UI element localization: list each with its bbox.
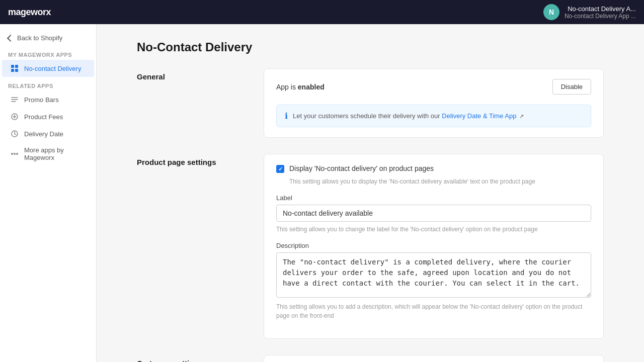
delivery-date-time-app-link[interactable]: Delivery Date & Time App	[442, 112, 516, 120]
delivery-date-icon	[10, 129, 19, 138]
general-label-col: General	[137, 68, 248, 138]
svg-point-6	[14, 153, 16, 155]
label-field-label: Label	[276, 194, 591, 202]
promo-bars-icon	[10, 95, 19, 104]
svg-point-8	[16, 153, 18, 155]
label-input[interactable]	[276, 205, 591, 222]
sidebar-item-label: No-contact Delivery	[24, 65, 81, 72]
back-arrow-icon	[7, 34, 14, 41]
app-status-text: App is enabled	[276, 83, 325, 91]
cart-page-card: TOGGLE Label This setting allows you to …	[264, 355, 604, 362]
topbar-app-name: No-contact Delivery A...	[568, 5, 636, 13]
external-link-icon: ↗	[519, 113, 524, 119]
back-to-shopify-link[interactable]: Back to Shopify	[0, 30, 96, 46]
topbar-avatar: N	[543, 4, 559, 20]
back-label: Back to Shopify	[17, 34, 62, 42]
delivery-date-label: Delivery Date	[24, 130, 63, 138]
sidebar-item-no-contact-delivery[interactable]: No-contact Delivery	[2, 60, 94, 77]
general-label: General	[137, 72, 165, 81]
product-page-card: Display 'No-contact delivery' on product…	[264, 154, 604, 339]
product-page-section: Product page settings Display 'No-contac…	[137, 154, 604, 339]
sidebar-item-more-apps[interactable]: More apps by Mageworx	[2, 142, 94, 165]
general-card: App is enabled Disable ℹ Let your custom…	[264, 68, 604, 138]
main-content: No-Contact Delivery General App is enabl…	[97, 24, 644, 362]
info-banner: ℹ Let your customers schedule their deli…	[276, 105, 591, 127]
checkbox-label: Display 'No-contact delivery' on product…	[289, 164, 434, 172]
my-apps-section-label: MY MAGEWORX APPS	[0, 46, 96, 60]
topbar-app-info: No-contact Delivery A... No-contact Deli…	[565, 5, 636, 20]
app-status-bold: enabled	[298, 83, 325, 91]
svg-rect-1	[15, 65, 18, 68]
topbar: mageworx N No-contact Delivery A... No-c…	[0, 0, 644, 24]
product-page-label: Product page settings	[137, 158, 216, 166]
display-product-checkbox[interactable]	[276, 165, 284, 173]
sidebar-item-promo-bars[interactable]: Promo Bars	[2, 91, 94, 108]
checkbox-helper: This setting allows you to display the '…	[276, 177, 591, 186]
description-field-label: Description	[276, 242, 591, 249]
label-helper: This setting allows you to change the la…	[276, 225, 591, 234]
topbar-logo: mageworx	[8, 7, 51, 18]
page-title: No-Contact Delivery	[137, 40, 604, 54]
info-icon: ℹ	[285, 111, 288, 121]
cart-page-section: Cart page settings TOGGLE Label This set…	[137, 355, 604, 362]
info-text: Let your customers schedule their delive…	[293, 112, 524, 120]
cart-page-label: Cart page settings	[137, 359, 203, 362]
grid-icon	[10, 64, 19, 73]
product-fees-icon	[10, 112, 19, 121]
promo-bars-label: Promo Bars	[24, 96, 59, 104]
description-helper: This setting allows you to add a descrip…	[276, 302, 591, 320]
svg-rect-0	[11, 65, 14, 68]
topbar-app-sub: No-contact Delivery App ...	[565, 13, 636, 20]
cart-page-label-col: Cart page settings	[137, 355, 248, 362]
related-apps-section-label: RELATED APPS	[0, 77, 96, 91]
svg-rect-2	[11, 69, 14, 72]
product-fees-label: Product Fees	[24, 113, 63, 121]
app-status-row: App is enabled Disable	[276, 79, 591, 95]
more-apps-icon	[10, 149, 19, 158]
sidebar: Back to Shopify MY MAGEWORX APPS No-cont…	[0, 24, 97, 362]
disable-button[interactable]: Disable	[552, 79, 591, 95]
general-section: General App is enabled Disable ℹ Let you…	[137, 68, 604, 138]
topbar-right: N No-contact Delivery A... No-contact De…	[543, 4, 636, 20]
svg-rect-3	[15, 69, 18, 72]
svg-point-7	[11, 153, 13, 155]
sidebar-item-delivery-date[interactable]: Delivery Date	[2, 125, 94, 142]
product-page-label-col: Product page settings	[137, 154, 248, 339]
layout: Back to Shopify MY MAGEWORX APPS No-cont…	[0, 24, 644, 362]
more-apps-label: More apps by Mageworx	[24, 146, 86, 161]
checkbox-row: Display 'No-contact delivery' on product…	[276, 164, 591, 173]
description-textarea[interactable]: The "no-contact delivery" is a completed…	[276, 252, 591, 298]
sidebar-item-product-fees[interactable]: Product Fees	[2, 108, 94, 125]
